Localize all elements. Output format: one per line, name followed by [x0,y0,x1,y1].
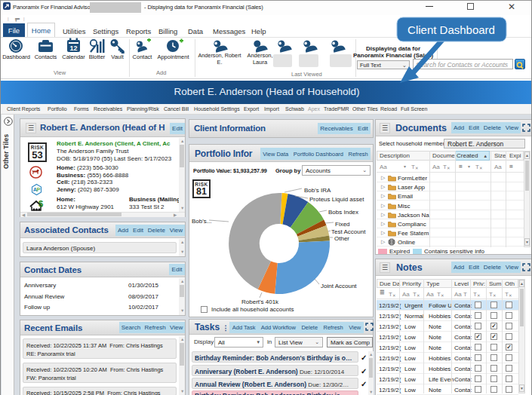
svg-text:Bob's IRA: Bob's IRA [304,187,331,194]
svg-text:12: 12 [69,44,77,52]
svg-text:Fixed: Fixed [335,221,350,228]
svg-text:Bobs Index: Bobs Index [328,209,358,216]
svg-text:Joint Account: Joint Account [321,283,357,289]
svg-text:Robert's 401k: Robert's 401k [241,299,279,305]
svg-text:Bob's...: Bob's... [192,218,211,225]
svg-text:Client Dashboard: Client Dashboard [407,23,495,36]
svg-text:Test Account: Test Account [331,228,366,235]
svg-text:$: $ [38,200,43,208]
svg-text:Other: Other [334,235,349,242]
svg-text:Proteus Liquid asset: Proteus Liquid asset [309,196,364,203]
svg-text:P: P [37,186,41,193]
